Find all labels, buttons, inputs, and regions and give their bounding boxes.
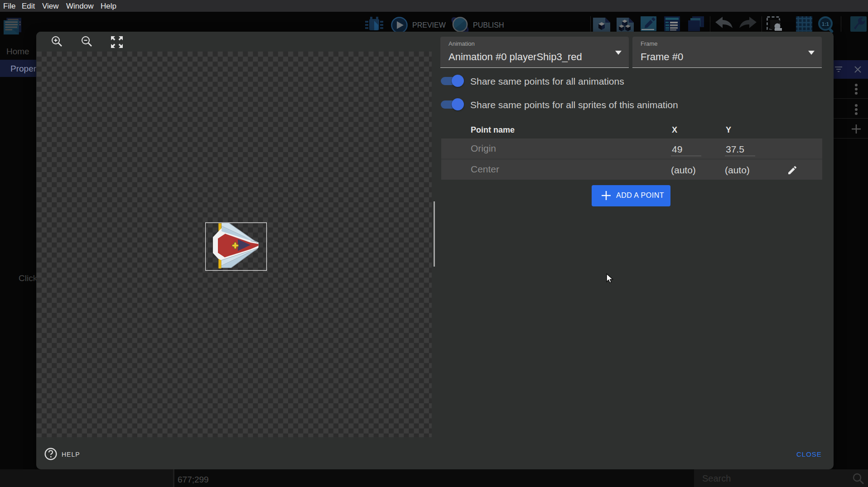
svg-text:1:1: 1:1 <box>822 21 829 27</box>
